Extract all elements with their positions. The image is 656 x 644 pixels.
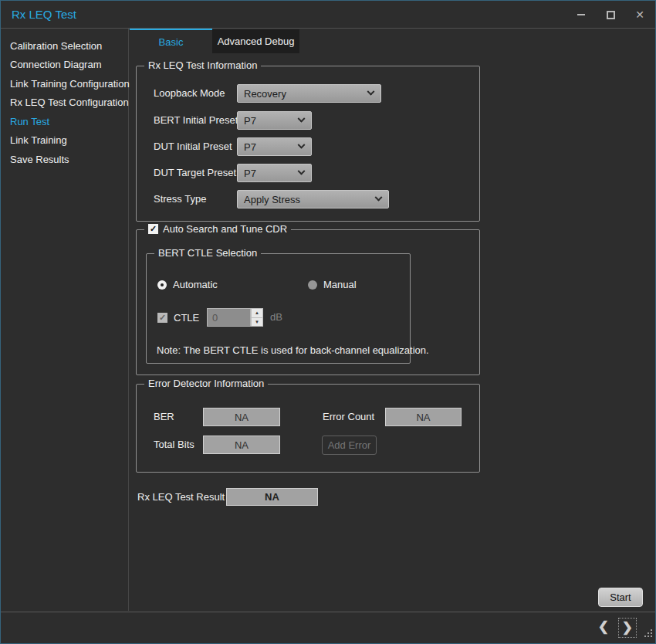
close-button[interactable]: ✕ [634,8,646,21]
group-error-detector-information: Error Detector Information BER NA Error … [136,384,480,473]
automatic-radio-label: Automatic [173,279,218,290]
spin-up-icon: ▲ [255,310,259,315]
manual-radio-label: Manual [323,279,357,290]
group-title: Error Detector Information [144,378,268,389]
tab-advanced-debug[interactable]: Advanced Debug [212,29,299,53]
ber-label: BER [154,408,174,426]
radio-selected-icon [157,280,167,290]
loopback-mode-select[interactable]: Recovery [237,84,381,103]
close-icon: ✕ [635,9,644,20]
group-title: Rx LEQ Test Information [144,59,261,71]
chevron-down-icon [367,87,375,95]
dut-target-preset-label: DUT Target Preset [154,164,236,182]
spin-down-icon: ▼ [255,320,259,324]
resize-grip-icon [644,629,654,639]
ctle-note-text: Note: The BERT CTLE is used for back-cha… [157,344,429,356]
spin-down-button[interactable]: ▼ [251,318,263,327]
automatic-radio-option[interactable]: Automatic [157,279,218,290]
sidebar-item-link-training-configuration[interactable]: Link Training Configuration [1,74,128,93]
ctle-value-field[interactable]: 0 [207,308,251,327]
group-title: Auto Search and Tune CDR [163,223,287,235]
spin-up-button[interactable]: ▲ [251,308,263,318]
selected-value: Recovery [244,88,286,100]
minimize-button[interactable] [575,8,587,21]
error-count-label: Error Count [323,408,374,426]
group-bert-ctle-selection: BERT CTLE Selection Automatic Manual ✓ C… [146,253,411,364]
ber-value-field: NA [203,408,280,426]
group-rx-leq-test-information: Rx LEQ Test Information Loopback Mode Re… [136,66,480,222]
window-title: Rx LEQ Test [12,8,76,21]
ctle-checkbox-option[interactable]: ✓ CTLE [157,312,199,324]
next-page-button[interactable]: ❯ [618,618,637,638]
stepper-buttons: ▲ ▼ [251,308,263,327]
bert-initial-preset-select[interactable]: P7 [237,111,312,130]
total-bits-label: Total Bits [154,436,194,454]
sidebar-item-run-test[interactable]: Run Test [1,112,128,131]
footer-bar: ❮ ❯ [1,612,655,643]
auto-search-checkbox[interactable]: ✓ [148,224,158,234]
window-controls: ✕ [575,1,646,29]
maximize-icon [607,11,615,19]
error-count-value-field: NA [385,408,462,426]
rx-leq-test-result-field: NA [226,488,318,506]
stress-type-select[interactable]: Apply Stress [237,190,389,208]
main-panel: Basic Advanced Debug Rx LEQ Test Informa… [129,29,655,611]
sidebar-item-connection-diagram[interactable]: Connection Diagram [1,56,128,75]
selected-value: P7 [244,115,256,127]
chevron-right-icon: ❯ [622,620,633,635]
dut-initial-preset-select[interactable]: P7 [237,137,312,156]
checkmark-icon: ✓ [150,224,157,234]
dut-initial-preset-label: DUT Initial Preset [154,137,232,156]
db-unit-label: dB [270,308,282,327]
selected-value: P7 [244,141,256,153]
start-button[interactable]: Start [598,588,643,607]
selected-value: Apply Stress [244,194,300,205]
tab-basic[interactable]: Basic [130,29,212,53]
prev-page-button[interactable]: ❮ [595,618,612,636]
maximize-button[interactable] [604,8,617,21]
sidebar-nav: Calibration Selection Connection Diagram… [1,29,129,611]
stress-type-label: Stress Type [154,190,206,208]
chevron-down-icon [375,193,383,201]
group-auto-search-and-tune-cdr: ✓ Auto Search and Tune CDR BERT CTLE Sel… [136,229,480,375]
manual-radio-option[interactable]: Manual [308,279,357,290]
group-title: BERT CTLE Selection [154,247,261,259]
sidebar-item-link-training[interactable]: Link Training [1,131,128,151]
rx-leq-test-result-label: Rx LEQ Test Result [137,488,225,506]
chevron-down-icon [298,141,306,148]
ctle-label: CTLE [174,312,199,324]
minimize-icon [577,14,585,15]
ctle-value-stepper[interactable]: 0 ▲ ▼ [207,308,263,327]
title-bar: Rx LEQ Test ✕ [1,1,655,29]
selected-value: P7 [244,168,256,179]
app-window: Rx LEQ Test ✕ Calibration Selection Conn… [0,0,656,644]
checkmark-icon: ✓ [159,313,166,323]
dut-target-preset-select[interactable]: P7 [237,164,312,182]
resize-grip-handle[interactable] [644,629,654,642]
ctle-checkbox: ✓ [157,313,167,323]
total-bits-value-field: NA [203,436,280,454]
sidebar-item-calibration-selection[interactable]: Calibration Selection [1,36,128,56]
bert-initial-preset-label: BERT Initial Preset [154,111,238,130]
sidebar-item-save-results[interactable]: Save Results [1,150,128,169]
radio-unselected-icon [308,280,317,290]
add-error-button[interactable]: Add Error [322,436,377,455]
chevron-down-icon [298,114,306,122]
chevron-left-icon: ❮ [598,619,609,634]
sidebar-item-rx-leq-test-configuration[interactable]: Rx LEQ Test Configuration [1,93,128,113]
loopback-mode-label: Loopback Mode [154,84,225,103]
chevron-down-icon [298,167,306,175]
